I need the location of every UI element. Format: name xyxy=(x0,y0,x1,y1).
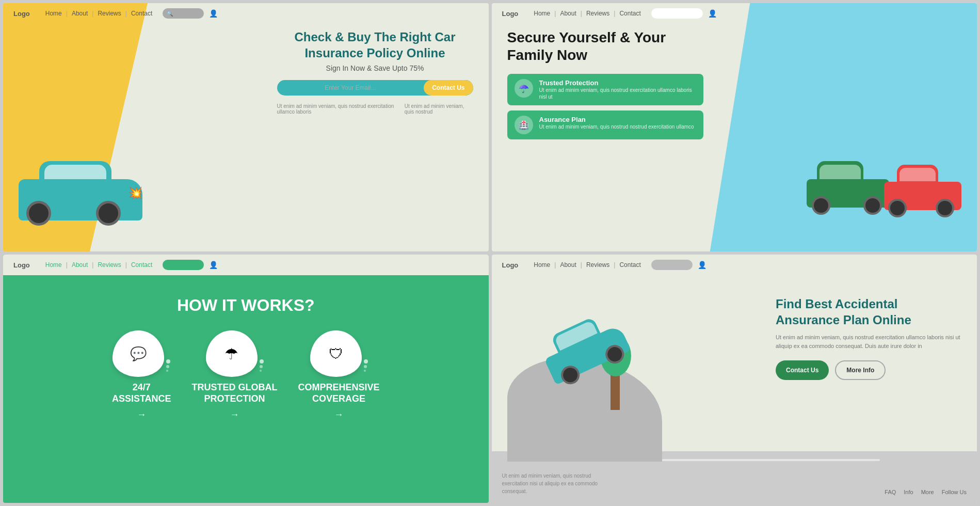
navbar-panel1: Logo Home | About | Reviews | Contact 🔍 … xyxy=(3,3,489,24)
shield-icon-p3: 🛡 xyxy=(329,345,343,362)
panel2-content: Secure Yourself & Your Family Now ☂️ Tru… xyxy=(507,29,703,145)
nav-home-p1[interactable]: Home xyxy=(45,10,62,17)
dots-1 xyxy=(166,359,170,372)
nav-about-p2[interactable]: About xyxy=(560,10,576,17)
footer-follow[interactable]: Follow Us xyxy=(942,489,967,495)
nav-about-p4[interactable]: About xyxy=(560,261,576,268)
red-car-window xyxy=(899,168,936,181)
tilted-car-wheel1 xyxy=(558,362,583,387)
nav-contact-p1[interactable]: Contact xyxy=(131,10,152,17)
nav-home-p4[interactable]: Home xyxy=(534,261,550,268)
nav-about-p3[interactable]: About xyxy=(72,261,88,268)
bubble-row-2: ☂ xyxy=(206,330,264,377)
panel1-subline: Sign In Now & Save Upto 75% xyxy=(277,64,473,72)
footer-more[interactable]: More xyxy=(921,489,934,495)
feature-arrow-protection[interactable]: → xyxy=(230,409,239,420)
logo-panel1: Logo xyxy=(13,10,30,18)
green-car-wheel1 xyxy=(812,196,830,215)
nav-reviews-p3[interactable]: Reviews xyxy=(98,261,121,268)
nav-contact-p2[interactable]: Contact xyxy=(619,10,640,17)
green-car-window xyxy=(820,165,861,179)
panel4-main-content: Find Best Accidental Ansurance Plan Onli… xyxy=(776,296,961,380)
logo-panel2: Logo xyxy=(502,10,519,18)
protection-title: Trusted Protection xyxy=(539,79,696,87)
panel1-footer: Ut enim ad minim veniam, quis nostrud ex… xyxy=(277,103,473,115)
nav-reviews-p4[interactable]: Reviews xyxy=(586,261,609,268)
footer-info[interactable]: Info xyxy=(904,489,913,495)
nav-home-p3[interactable]: Home xyxy=(45,261,62,268)
feature-item-coverage: 🛡 COMPREHENSIVECOVERAGE → xyxy=(298,330,380,420)
user-icon-p4[interactable]: 👤 xyxy=(698,261,706,269)
feature-item-247: 💬 24/7ASSISTANCE → xyxy=(112,330,171,420)
more-info-button-p4[interactable]: More Info xyxy=(835,360,886,380)
search-bar-p4[interactable] xyxy=(651,260,693,270)
user-icon-p3[interactable]: 👤 xyxy=(209,261,218,269)
footer-links-p4: FAQ Info More Follow Us xyxy=(885,489,967,495)
search-bar-p3[interactable] xyxy=(163,260,204,270)
user-icon-p2[interactable]: 👤 xyxy=(708,9,717,18)
email-contact-row: Enter Your Email... Contact Us xyxy=(277,80,473,96)
search-bar-p2[interactable] xyxy=(651,8,703,19)
contact-us-button-p1[interactable]: Contact Us xyxy=(424,80,473,96)
nav-links-panel4: Home | About | Reviews | Contact xyxy=(534,261,640,268)
panel-top-right: Logo Home | About | Reviews | Contact 👤 … xyxy=(492,3,977,251)
car-collision-p2: 💥 xyxy=(796,138,967,231)
email-input-p1[interactable]: Enter Your Email... xyxy=(277,80,424,96)
page-grid: Logo Home | About | Reviews | Contact 🔍 … xyxy=(0,0,980,506)
user-icon-p1[interactable]: 👤 xyxy=(209,9,218,18)
nav-about-p1[interactable]: About xyxy=(72,10,88,17)
green-car-body xyxy=(807,179,889,208)
panel-top-left: Logo Home | About | Reviews | Contact 🔍 … xyxy=(3,3,489,251)
features-row-p3: 💬 24/7ASSISTANCE → xyxy=(13,330,478,420)
panel1-content: Check & Buy The Right Car Insurance Poli… xyxy=(277,29,473,115)
car-wheel2-p1 xyxy=(96,201,121,226)
nav-reviews-p2[interactable]: Reviews xyxy=(586,10,609,17)
protection-desc: Ut enim ad minim veniam, quis nostrud ex… xyxy=(539,87,696,100)
search-bar-p1[interactable]: 🔍 xyxy=(163,8,204,19)
car-wheel1-p1 xyxy=(26,201,51,226)
chat-icon-p3: 💬 xyxy=(130,346,147,362)
red-car-p2 xyxy=(884,182,961,220)
panel4-buttons: Contact Us More Info xyxy=(776,360,961,380)
panel4-description: Ut enim ad minim veniam, quis nostrud ex… xyxy=(776,333,961,350)
panel4-headline: Find Best Accidental Ansurance Plan Onli… xyxy=(776,296,961,328)
footer-text1-p1: Ut enim ad minim veniam, quis nostrud ex… xyxy=(277,103,394,115)
navbar-panel2: Logo Home | About | Reviews | Contact 👤 xyxy=(492,3,977,24)
crash-effect-p1: 💥 xyxy=(128,186,142,200)
assurance-desc: Ut enim ad minim veniam, quis nostrud no… xyxy=(539,123,694,130)
panel1-headline: Check & Buy The Right Car Insurance Poli… xyxy=(277,29,473,61)
car-scene-p4 xyxy=(507,327,688,462)
nav-contact-p3[interactable]: Contact xyxy=(131,261,152,268)
logo-panel4: Logo xyxy=(502,261,519,269)
tree-trunk-p4 xyxy=(611,374,620,410)
logo-panel3: Logo xyxy=(13,261,30,269)
bubble-coverage: 🛡 xyxy=(310,330,362,377)
contact-us-button-p4[interactable]: Contact Us xyxy=(776,360,829,380)
bubble-row-1: 💬 xyxy=(113,330,170,377)
feature-arrow-coverage[interactable]: → xyxy=(334,409,344,420)
bubble-247: 💬 xyxy=(113,330,164,377)
assurance-text: Asurance Plan Ut enim ad minim veniam, q… xyxy=(539,116,694,130)
nav-contact-p4[interactable]: Contact xyxy=(619,261,640,268)
feature-title-protection: TRUSTED GLOBALPROTECTION xyxy=(192,382,278,404)
panel3-content: HOW IT WORKS? 💬 24/7ASSISTANCE xyxy=(3,280,489,441)
protection-text: Trusted Protection Ut enim ad minim veni… xyxy=(539,79,696,100)
panel4-footer: Ut enim ad minim veniam, quis nostrud ex… xyxy=(502,472,967,495)
panel3-headline: HOW IT WORKS? xyxy=(13,296,478,315)
nav-links-panel1: Home | About | Reviews | Contact xyxy=(45,10,152,17)
dots-3 xyxy=(364,359,368,372)
panel4-footer-text: Ut enim ad minim veniam, quis nostrud ex… xyxy=(502,472,605,495)
nav-home-p2[interactable]: Home xyxy=(534,10,550,17)
umbrella-icon-p3: ☂ xyxy=(224,345,238,363)
navbar-panel3: Logo Home | About | Reviews | Contact 👤 xyxy=(3,255,489,275)
feature-arrow-247[interactable]: → xyxy=(137,409,146,420)
red-car-wheel2 xyxy=(936,199,954,217)
footer-faq[interactable]: FAQ xyxy=(885,489,896,495)
red-car-body xyxy=(884,182,961,210)
tilted-car-wheel2 xyxy=(602,342,627,367)
footer-text2-p1: Ut enim ad minim veniam, quis nostrud xyxy=(405,103,473,115)
bubble-row-3: 🛡 xyxy=(310,330,368,377)
panel2-headline: Secure Yourself & Your Family Now xyxy=(507,29,703,64)
nav-reviews-p1[interactable]: Reviews xyxy=(98,10,121,17)
dots-2 xyxy=(260,359,264,372)
